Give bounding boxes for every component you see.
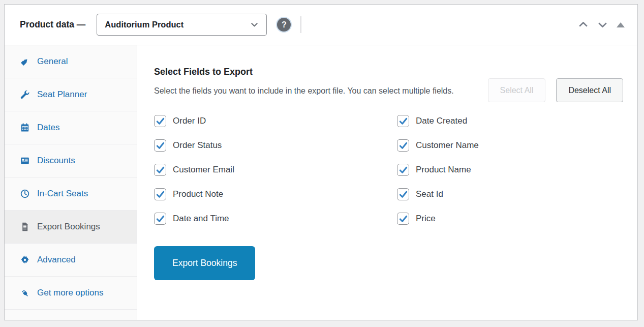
- tag-icon: [20, 56, 30, 67]
- export-field-row: Customer Email: [154, 164, 397, 176]
- product-data-metabox: Product data — Auditorium Product ?: [4, 4, 638, 320]
- metabox-header: Product data — Auditorium Product ?: [5, 5, 637, 45]
- field-label[interactable]: Order ID: [173, 116, 206, 126]
- toggle-panel-button[interactable]: [612, 17, 629, 33]
- export-field-row: Order ID: [154, 115, 397, 127]
- sidebar-tab-dates[interactable]: Dates: [5, 111, 137, 144]
- checkmark-icon: [398, 214, 408, 224]
- sidebar-tab-get-more-options[interactable]: Get more options: [5, 277, 137, 310]
- wrench-icon: [20, 90, 30, 100]
- header-divider: [300, 16, 301, 33]
- triangle-up-icon: [617, 22, 625, 27]
- checkmark-icon: [156, 141, 165, 151]
- move-down-button[interactable]: [593, 17, 612, 33]
- product-type-selected-value: Auditorium Product: [105, 20, 250, 29]
- gear-icon: [20, 255, 30, 265]
- deselect-all-button[interactable]: Deselect All: [556, 78, 623, 102]
- export-field-row: Product Note: [154, 188, 397, 200]
- field-checkbox[interactable]: [397, 164, 409, 176]
- sidebar-tab-general[interactable]: General: [5, 45, 137, 78]
- field-label[interactable]: Customer Email: [173, 165, 234, 175]
- export-field-row: Date Created: [397, 115, 623, 127]
- field-checkbox[interactable]: [154, 188, 166, 200]
- field-label[interactable]: Price: [416, 214, 436, 224]
- card-icon: [20, 156, 30, 166]
- export-bookings-button[interactable]: Export Bookings: [154, 246, 255, 280]
- sidebar-tab-seat-planner[interactable]: Seat Planner: [5, 78, 137, 111]
- export-bookings-panel: Select Fields to Export Select the field…: [137, 45, 637, 320]
- field-checkbox[interactable]: [154, 115, 166, 127]
- checkmark-icon: [156, 165, 165, 175]
- export-field-row: Customer Name: [397, 139, 623, 152]
- sidebar-tab-in-cart-seats[interactable]: In-Cart Seats: [5, 177, 137, 211]
- help-icon[interactable]: ?: [277, 18, 291, 32]
- plug-icon: [20, 288, 30, 298]
- help-glyph: ?: [282, 20, 287, 29]
- calendar-icon: [20, 123, 30, 133]
- field-label[interactable]: Product Note: [173, 189, 223, 199]
- sidebar-tab-discounts[interactable]: Discounts: [5, 144, 137, 177]
- field-checkbox[interactable]: [397, 115, 409, 127]
- checkmark-icon: [398, 141, 408, 151]
- field-label[interactable]: Date and Time: [173, 214, 229, 224]
- export-field-row: Price: [397, 213, 623, 225]
- chevron-down-icon: [250, 20, 259, 29]
- field-label[interactable]: Date Created: [416, 116, 467, 126]
- field-checkbox[interactable]: [397, 213, 409, 225]
- field-label[interactable]: Seat Id: [416, 189, 443, 199]
- product-data-tabs: General Seat Planner Dates Discounts In-…: [5, 45, 137, 320]
- checkmark-icon: [398, 116, 408, 126]
- field-checkbox[interactable]: [154, 139, 166, 152]
- field-label[interactable]: Product Name: [416, 165, 471, 175]
- field-checkbox[interactable]: [397, 139, 409, 152]
- export-fields-grid: Order ID Order Status Customer Email Pro…: [154, 115, 623, 237]
- metabox-title: Product data —: [20, 19, 85, 30]
- export-field-row: Order Status: [154, 139, 397, 152]
- chevron-down-icon: [596, 18, 609, 31]
- field-label[interactable]: Order Status: [173, 140, 222, 151]
- section-title: Select Fields to Export: [154, 67, 488, 77]
- checkmark-icon: [156, 116, 165, 126]
- handle-actions: [573, 17, 629, 33]
- bulk-select-buttons: Select All Deselect All: [488, 78, 623, 102]
- select-all-button[interactable]: Select All: [488, 78, 546, 102]
- move-up-button[interactable]: [573, 17, 593, 33]
- panel-header-row: Select Fields to Export Select the field…: [154, 67, 623, 102]
- field-checkbox[interactable]: [154, 213, 166, 225]
- field-checkbox[interactable]: [397, 188, 409, 200]
- document-icon: [20, 222, 30, 232]
- field-label[interactable]: Customer Name: [416, 140, 479, 151]
- metabox-body: General Seat Planner Dates Discounts In-…: [5, 45, 637, 320]
- fields-column-left: Order ID Order Status Customer Email Pro…: [154, 115, 397, 237]
- sidebar-tab-advanced[interactable]: Advanced: [5, 244, 137, 277]
- checkmark-icon: [156, 214, 165, 224]
- export-field-row: Seat Id: [397, 188, 623, 200]
- field-checkbox[interactable]: [154, 164, 166, 176]
- fields-column-right: Date Created Customer Name Product Name …: [397, 115, 623, 237]
- sidebar-tab-export-bookings[interactable]: Export Bookings: [5, 211, 137, 244]
- product-type-select[interactable]: Auditorium Product: [97, 14, 267, 36]
- clock-icon: [20, 189, 30, 199]
- checkmark-icon: [156, 190, 165, 199]
- checkmark-icon: [398, 190, 408, 199]
- chevron-up-icon: [577, 18, 590, 31]
- checkmark-icon: [398, 165, 408, 175]
- export-field-row: Date and Time: [154, 213, 397, 225]
- export-field-row: Product Name: [397, 164, 623, 176]
- section-description: Select the fields you want to include in…: [154, 81, 464, 101]
